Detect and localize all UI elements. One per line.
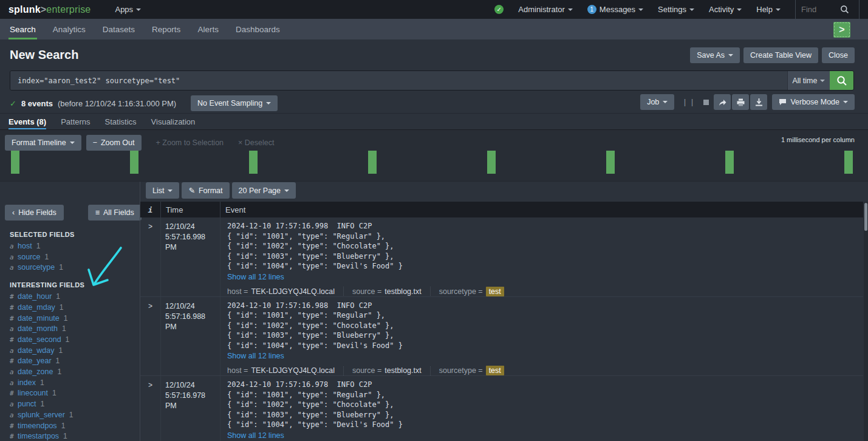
time-range-label: All time: [793, 77, 818, 85]
run-search-button[interactable]: [830, 71, 853, 90]
results-tab[interactable]: Statistics: [105, 114, 137, 129]
field-item[interactable]: a date_wday 1: [10, 346, 137, 357]
all-fields-button[interactable]: ≡ All Fields: [88, 205, 142, 220]
field-item[interactable]: a date_month 1: [10, 324, 137, 335]
app-nav-bar: Search Analytics Datasets Reports Alerts: [0, 19, 868, 39]
query-box: [10, 71, 787, 90]
timeline-bar[interactable]: [368, 151, 377, 174]
host-label: host =: [227, 366, 248, 375]
timeline-bar[interactable]: [844, 151, 853, 174]
app-nav-item[interactable]: Search: [9, 19, 37, 39]
timeline-bar[interactable]: [487, 151, 496, 174]
expand-event-chevron-icon[interactable]: >: [140, 217, 161, 296]
printer-icon: [737, 98, 745, 106]
show-all-lines-link[interactable]: Show all 12 lines: [227, 351, 284, 361]
field-type-icon: a: [10, 411, 18, 421]
field-type-icon: #: [10, 357, 18, 367]
results-tab[interactable]: Events (8): [9, 114, 46, 129]
timeline-bar[interactable]: [606, 151, 615, 174]
search-mode-button[interactable]: Verbose Mode: [772, 94, 855, 110]
create-table-view-label: Create Table View: [750, 51, 812, 60]
print-job-button[interactable]: [732, 94, 749, 110]
share-job-button[interactable]: [714, 94, 731, 110]
format-results-button[interactable]: ✎ Format: [182, 182, 229, 199]
export-job-button[interactable]: [750, 94, 767, 110]
app-nav-item[interactable]: Dashboards: [234, 19, 281, 39]
app-nav-item[interactable]: Alerts: [196, 19, 220, 39]
field-item[interactable]: a punct 1: [10, 399, 137, 410]
field-item[interactable]: # date_hour 1: [10, 292, 137, 303]
field-type-icon: #: [10, 422, 18, 432]
app-nav-item[interactable]: Datasets: [101, 19, 136, 39]
hide-fields-label: Hide Fields: [18, 208, 56, 217]
results-tab[interactable]: Patterns: [61, 114, 90, 129]
app-nav-label: Analytics: [53, 25, 86, 34]
find-box: [795, 0, 859, 19]
create-table-view-button[interactable]: Create Table View: [743, 47, 818, 63]
zoom-out-button[interactable]: − Zoom Out: [86, 135, 142, 151]
field-item[interactable]: a sourcetype 1: [10, 262, 137, 273]
splunk-chevron-button[interactable]: >: [833, 22, 850, 38]
field-type-icon: #: [10, 335, 18, 346]
stop-job-icon[interactable]: [703, 100, 709, 105]
zoom-to-selection-button[interactable]: + Zoom to Selection: [156, 138, 224, 147]
splunk-logo[interactable]: splunk>enterprise: [9, 4, 91, 15]
field-type-icon: a: [10, 400, 18, 410]
field-item[interactable]: a splunk_server 1: [10, 410, 137, 421]
host-value[interactable]: TEK-LDJGYQJ4LQ.local: [251, 366, 335, 375]
field-item[interactable]: # date_mday 1: [10, 303, 137, 313]
deselect-button[interactable]: × Deselect: [238, 138, 274, 147]
close-button[interactable]: Close: [822, 47, 855, 63]
timeline-bar[interactable]: [725, 151, 734, 174]
save-as-button[interactable]: Save As: [690, 47, 740, 63]
help-menu[interactable]: Help: [756, 5, 781, 14]
field-item[interactable]: a host 1: [10, 241, 137, 252]
administrator-menu[interactable]: Administrator: [518, 5, 573, 14]
timeline-bar[interactable]: [249, 151, 258, 174]
job-menu-button[interactable]: Job: [640, 94, 674, 110]
field-item[interactable]: a source 1: [10, 252, 137, 263]
activity-menu[interactable]: Activity: [709, 5, 742, 14]
per-page-button[interactable]: 20 Per Page: [232, 182, 296, 199]
results-tab[interactable]: Visualization: [151, 114, 196, 129]
sourcetype-value-badge[interactable]: test: [486, 287, 504, 296]
timeline-bar[interactable]: [11, 151, 19, 174]
messages-menu[interactable]: 1 Messages: [587, 5, 643, 14]
field-item[interactable]: a date_zone 1: [10, 367, 137, 378]
search-query-input[interactable]: [18, 77, 780, 85]
splunk-search-page: splunk>enterprise Apps ✓ Administrator 1…: [0, 0, 868, 441]
field-item[interactable]: # timeendpos 1: [10, 421, 137, 432]
show-all-lines-link[interactable]: Show all 12 lines: [227, 272, 284, 282]
pause-job-icon[interactable]: ❘❘: [679, 98, 699, 106]
system-status-icon[interactable]: ✓: [494, 5, 504, 14]
field-item[interactable]: # linecount 1: [10, 388, 137, 399]
event-time: 5:57:16.998 PM: [165, 232, 217, 253]
field-item[interactable]: a index 1: [10, 378, 137, 389]
field-item[interactable]: # date_minute 1: [10, 313, 137, 324]
host-value[interactable]: TEK-LDJGYQJ4LQ.local: [251, 287, 335, 296]
show-all-lines-link[interactable]: Show all 12 lines: [227, 431, 284, 441]
field-item[interactable]: # date_year 1: [10, 356, 137, 367]
apps-menu[interactable]: Apps: [115, 5, 141, 14]
settings-menu[interactable]: Settings: [658, 5, 694, 14]
expand-event-chevron-icon[interactable]: >: [140, 297, 161, 376]
list-view-button[interactable]: List: [146, 182, 179, 199]
hide-fields-button[interactable]: ‹ Hide Fields: [5, 205, 64, 220]
scrollbar-thumb[interactable]: [864, 203, 867, 231]
sourcetype-value-badge[interactable]: test: [486, 366, 504, 375]
messages-label: Messages: [600, 5, 635, 14]
vertical-scrollbar[interactable]: [864, 202, 868, 441]
source-value[interactable]: testblog.txt: [384, 366, 421, 375]
timeline-bar[interactable]: [130, 151, 138, 174]
find-input[interactable]: [801, 5, 840, 14]
app-nav-item[interactable]: Reports: [151, 19, 182, 39]
expand-event-chevron-icon[interactable]: >: [140, 376, 161, 441]
source-value[interactable]: testblog.txt: [384, 287, 421, 296]
event-sampling-button[interactable]: No Event Sampling: [191, 95, 278, 111]
app-nav-item[interactable]: Analytics: [52, 19, 87, 39]
time-range-picker[interactable]: All time: [787, 71, 830, 90]
event-time-cell: 12/10/24 5:57:16.978 PM: [161, 376, 220, 441]
field-item[interactable]: # date_second 1: [10, 335, 137, 346]
format-timeline-button[interactable]: Format Timeline: [5, 135, 81, 151]
field-item[interactable]: # timestartpos 1: [10, 431, 137, 441]
